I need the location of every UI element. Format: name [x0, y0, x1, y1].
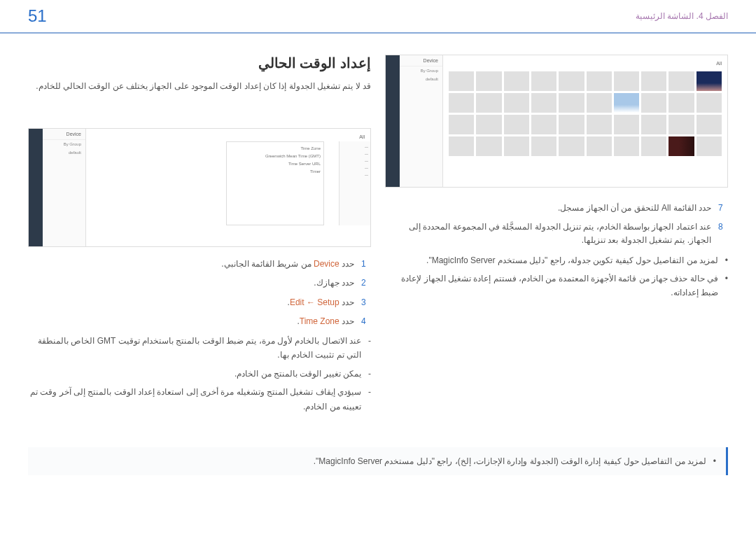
- thumbnail: [559, 115, 584, 134]
- thumbnail: [668, 136, 694, 156]
- screenshot-panel-title: Device: [43, 129, 85, 140]
- thumbnail: [504, 93, 529, 113]
- dash-item: عند الاتصال بالخادم لأول مرة، يتم ضبط ال…: [28, 334, 371, 363]
- thumbnail: [476, 136, 501, 156]
- text-pre: حدد: [340, 297, 354, 307]
- thumbnail: [531, 93, 556, 113]
- thumbnail: [641, 115, 666, 134]
- screenshot-main: All — — — — — — — Time Zone (GMT) Greenw…: [86, 129, 370, 246]
- breadcrumb: الفصل 4. الشاشة الرئيسية: [636, 11, 728, 21]
- page-header: الفصل 4. الشاشة الرئيسية 51: [0, 0, 756, 34]
- thumbnail: [559, 93, 584, 113]
- info-box: لمزيد من التفاصيل حول كيفية إدارة الوقت …: [28, 447, 728, 475]
- thumbnail: [449, 71, 474, 91]
- thumbnail: [614, 136, 639, 156]
- step-1: حدد Device من شريط القائمة الجانبي.: [28, 258, 371, 271]
- step-8: عند اعتماد الجهاز بواسطة الخادم، يتم تنز…: [385, 220, 728, 247]
- thumbnail: [696, 71, 722, 91]
- screenshot-sidebar: [386, 55, 400, 187]
- full-width-info-container: لمزيد من التفاصيل حول كيفية إدارة الوقت …: [28, 447, 728, 475]
- thumbnail: [614, 71, 639, 91]
- screenshot-thumbnail-grid: [446, 69, 724, 159]
- thumbnail: [641, 71, 666, 91]
- thumbnail: [531, 115, 556, 134]
- screenshot-detail-box: Time Zone (GMT) Greenwich Mean Time Time…: [226, 141, 324, 225]
- content-area: Device By Group default All: [0, 34, 756, 439]
- screenshot-panel-item: By Group: [43, 140, 85, 148]
- thumbnail: [641, 136, 666, 156]
- screenshot-device-grid: Device By Group default All: [385, 55, 728, 188]
- step-text: عند اعتماد الجهاز بواسطة الخادم، يتم تنز…: [385, 220, 711, 247]
- detail-row: Time Server URL: [230, 160, 321, 168]
- highlight-device: Device: [314, 259, 340, 269]
- step-text: حدد جهازك.: [314, 276, 354, 290]
- thumbnail: [476, 115, 501, 134]
- dash-item: يمكن تغيير الوقت بالمنتج من الخادم.: [28, 367, 371, 381]
- thumbnail: [559, 71, 584, 91]
- bullet-item: في حالة حذف جهاز من قائمة الأجهزة المعتم…: [385, 272, 728, 300]
- text-pre: حدد: [340, 316, 354, 326]
- thumbnail: [531, 71, 556, 91]
- screenshot-main-title: All: [446, 58, 724, 69]
- screenshot-main-title: All: [89, 132, 368, 142]
- screenshot-sidebar: [29, 129, 43, 246]
- thumbnail: [587, 115, 612, 134]
- thumbnail: [668, 71, 694, 91]
- screenshot-panel-title: Device: [400, 55, 442, 66]
- thumbnail: [641, 93, 666, 113]
- detail-row: (GMT) Greenwich Mean Time: [230, 153, 321, 160]
- thumbnail: [587, 136, 612, 156]
- step-text: حدد القائمة All للتحقق من أن الجهاز مسجل…: [558, 202, 711, 215]
- step-3: حدد Edit ← Setup.: [28, 296, 371, 309]
- section-title: إعداد الوقت الحالي: [28, 55, 371, 71]
- text-post: من شريط القائمة الجانبي.: [221, 259, 314, 269]
- info-bullet: لمزيد من التفاصيل حول كيفية إدارة الوقت …: [38, 454, 716, 468]
- step-text: حدد Device من شريط القائمة الجانبي.: [221, 258, 354, 271]
- dash-item: سيؤدي إيقاف تشغيل المنتج وتشغيله مرة أخر…: [28, 385, 371, 414]
- screenshot-right-panel: —————: [339, 141, 370, 225]
- thumbnail: [504, 71, 529, 91]
- bullet-item: لمزيد من التفاصيل حول كيفية تكوين جدولة،…: [385, 253, 728, 267]
- right-bullets: لمزيد من التفاصيل حول كيفية تكوين جدولة،…: [385, 253, 728, 300]
- page-number: 51: [28, 6, 47, 26]
- thumbnail: [449, 93, 474, 113]
- step-4: حدد Time Zone.: [28, 315, 371, 328]
- thumbnail: [476, 71, 501, 91]
- right-column: Device By Group default All: [385, 55, 728, 418]
- step-7: حدد القائمة All للتحقق من أن الجهاز مسجل…: [385, 202, 728, 215]
- thumbnail: [476, 93, 501, 113]
- thumbnail: [449, 115, 474, 134]
- thumbnail: [614, 115, 639, 134]
- screenshot-panel: Device By Group default: [400, 55, 443, 187]
- detail-row: Time Zone: [230, 145, 321, 153]
- thumbnail: [696, 93, 722, 113]
- dash-list: عند الاتصال بالخادم لأول مرة، يتم ضبط ال…: [28, 334, 371, 414]
- left-column: إعداد الوقت الحالي قد لا يتم تشغيل الجدو…: [28, 55, 371, 418]
- step-2: حدد جهازك.: [28, 276, 371, 290]
- screenshot-panel-item: default: [400, 75, 442, 83]
- thumbnail: [449, 136, 474, 156]
- thumbnail: [504, 136, 529, 156]
- screenshot-panel: Device By Group default: [43, 129, 86, 246]
- screenshot-panel-item: default: [43, 148, 85, 157]
- thumbnail: [504, 115, 529, 134]
- detail-row: Timer: [230, 168, 321, 176]
- thumbnail: [668, 115, 694, 134]
- thumbnail: [614, 93, 639, 113]
- intro-text: قد لا يتم تشغيل الجدولة إذا كان إعداد ال…: [28, 80, 371, 93]
- thumbnail: [531, 136, 556, 156]
- screenshot-main: All: [443, 55, 727, 187]
- step-text: حدد Time Zone.: [297, 315, 354, 328]
- thumbnail: [696, 136, 722, 156]
- steps-1-4: حدد Device من شريط القائمة الجانبي. حدد …: [28, 258, 371, 328]
- thumbnail: [559, 136, 584, 156]
- highlight-timezone: Time Zone: [300, 316, 340, 326]
- steps-7-8: حدد القائمة All للتحقق من أن الجهاز مسجل…: [385, 202, 728, 248]
- text-pre: حدد: [340, 259, 354, 269]
- thumbnail: [587, 93, 612, 113]
- step-text: حدد Edit ← Setup.: [288, 296, 354, 309]
- screenshot-panel-item: By Group: [400, 66, 442, 75]
- screenshot-device-detail: Device By Group default All — — — — — — …: [28, 128, 371, 247]
- thumbnail: [696, 115, 722, 134]
- highlight-edit-setup: Edit ← Setup: [290, 297, 340, 307]
